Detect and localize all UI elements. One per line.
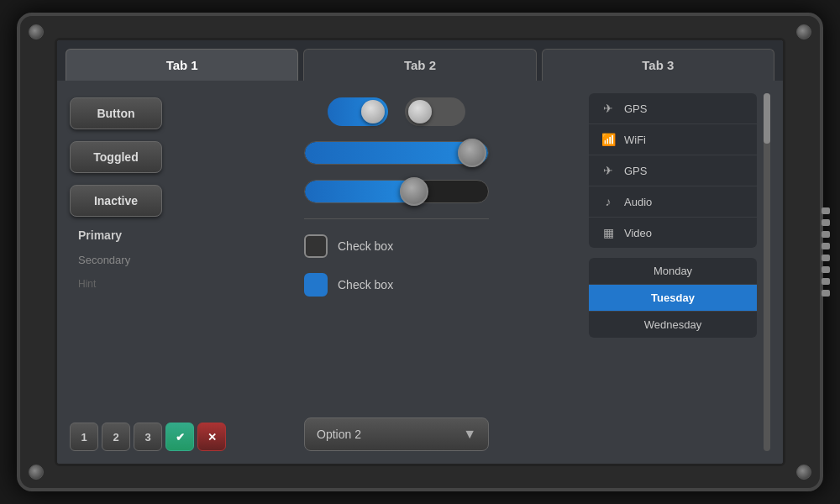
pin <box>822 290 830 297</box>
pin <box>822 278 830 285</box>
screw-top-right <box>796 24 811 39</box>
dropdown[interactable]: Option 2 ▼ <box>304 417 489 451</box>
primary-label: Primary <box>70 228 122 242</box>
pin <box>822 255 830 261</box>
pin <box>822 266 830 273</box>
tab-3[interactable]: Tab 3 <box>542 49 774 81</box>
audio-icon: ♪ <box>601 195 616 208</box>
list-label-audio: Audio <box>624 196 652 208</box>
slider-2-container <box>304 180 489 203</box>
screen: Tab 1 Tab 2 Tab 3 Button Toggled Inactiv… <box>55 38 785 466</box>
checkbox-1[interactable] <box>304 234 328 258</box>
tab-2[interactable]: Tab 2 <box>303 49 536 81</box>
toggle-thumb-1 <box>361 100 385 123</box>
pin <box>822 219 830 226</box>
list-item-video[interactable]: ▦ Video <box>589 218 757 248</box>
slider-2-fill <box>305 181 415 202</box>
right-column: ✈ GPS 📶 WiFi ✈ GPS ♪ Au <box>589 93 757 451</box>
toggle-switch-2[interactable] <box>405 97 465 126</box>
tab-bar: Tab 1 Tab 2 Tab 3 <box>57 40 783 81</box>
chevron-down-icon: ▼ <box>463 427 476 442</box>
video-icon: ▦ <box>601 226 616 239</box>
device-frame: Tab 1 Tab 2 Tab 3 Button Toggled Inactiv… <box>17 13 823 491</box>
screw-top-left <box>29 24 44 39</box>
pin <box>822 207 830 214</box>
gps-icon-1: ✈ <box>601 102 616 115</box>
slider-1-container <box>304 141 489 165</box>
list-item-gps-2[interactable]: ✈ GPS <box>589 155 757 186</box>
list-label-gps-2: GPS <box>624 165 647 177</box>
divider <box>304 218 489 219</box>
screw-bottom-left <box>29 465 44 480</box>
screw-bottom-right <box>796 465 811 480</box>
list-label-wifi: WiFi <box>624 134 646 146</box>
pin <box>822 231 830 238</box>
wifi-icon: 📶 <box>601 133 616 146</box>
tab-1[interactable]: Tab 1 <box>66 49 298 81</box>
page-btn-check[interactable]: ✔ <box>165 423 194 451</box>
toggle-row <box>328 97 465 126</box>
checkbox-1-label: Check box <box>338 239 393 253</box>
slider-2-knob[interactable] <box>400 177 428 206</box>
left-column: Button Toggled Inactive Primary Secondar… <box>70 93 204 451</box>
dropdown-value: Option 2 <box>317 428 361 441</box>
slider-1-knob[interactable] <box>458 139 486 167</box>
scrollbar-thumb[interactable] <box>764 93 770 144</box>
day-selector: Monday Tuesday Wednesday <box>589 258 757 338</box>
secondary-label: Secondary <box>70 254 130 266</box>
list-item-wifi[interactable]: 📶 WiFi <box>589 124 757 155</box>
toggle-thumb-2 <box>408 100 432 123</box>
day-tuesday[interactable]: Tuesday <box>589 285 757 312</box>
page-btn-2[interactable]: 2 <box>102 423 130 451</box>
checkbox-2[interactable] <box>304 273 328 297</box>
day-wednesday[interactable]: Wednesday <box>589 312 757 338</box>
checkbox-2-row: Check box <box>304 273 489 297</box>
list-item-audio[interactable]: ♪ Audio <box>589 186 757 218</box>
checkbox-1-row: Check box <box>304 234 489 258</box>
toggle-switch-1[interactable] <box>328 97 388 126</box>
gps-icon-2: ✈ <box>601 164 616 177</box>
pin <box>822 243 830 249</box>
scrollbar[interactable] <box>764 93 770 451</box>
list-item-gps-1[interactable]: ✈ GPS <box>589 93 757 124</box>
page-btn-3[interactable]: 3 <box>134 423 162 451</box>
checkbox-2-label: Check box <box>338 278 393 291</box>
inactive-widget[interactable]: Inactive <box>70 185 162 217</box>
page-btn-1[interactable]: 1 <box>70 423 98 451</box>
list-panel: ✈ GPS 📶 WiFi ✈ GPS ♪ Au <box>589 93 757 248</box>
middle-column: Check box Check box Option 2 ▼ <box>217 93 576 451</box>
connector-pins <box>822 207 830 297</box>
button-widget[interactable]: Button <box>70 97 162 129</box>
list-label-video: Video <box>624 227 652 239</box>
hint-label: Hint <box>70 278 96 290</box>
day-monday[interactable]: Monday <box>589 258 757 285</box>
pagination-bar: 1 2 3 ✔ ✕ <box>70 423 226 451</box>
right-section: ✈ GPS 📶 WiFi ✈ GPS ♪ Au <box>589 93 770 451</box>
slider-2-track[interactable] <box>304 180 489 203</box>
main-content: Button Toggled Inactive Primary Secondar… <box>57 81 783 464</box>
toggled-widget[interactable]: Toggled <box>70 141 162 173</box>
list-label-gps-1: GPS <box>624 102 647 115</box>
